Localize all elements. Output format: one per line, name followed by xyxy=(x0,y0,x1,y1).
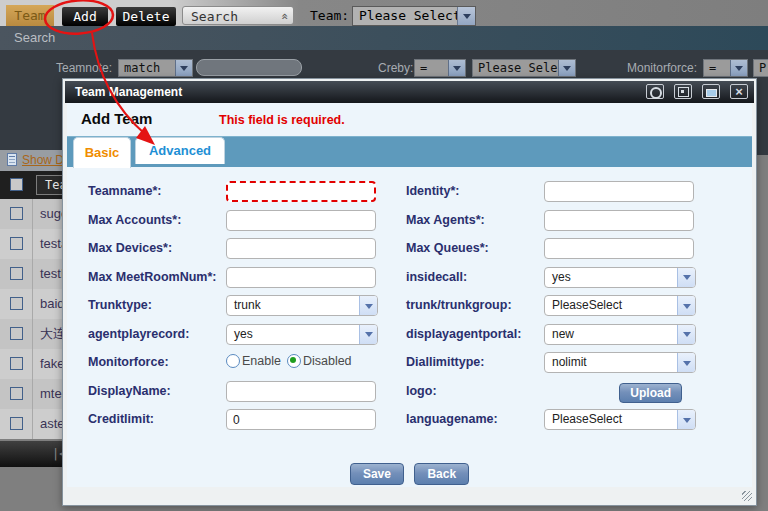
chevron-down-icon[interactable] xyxy=(457,7,475,25)
collapse-chevrons-icon: « xyxy=(275,13,294,20)
creby-value-select[interactable]: Please Selec xyxy=(472,59,576,77)
tab-advanced[interactable]: Advanced xyxy=(135,137,225,164)
chevron-down-icon[interactable] xyxy=(677,268,695,287)
displayagentportal-select[interactable]: new xyxy=(544,324,696,345)
monitorforce-radiogroup: Enable Disabled xyxy=(226,354,358,368)
delete-button[interactable]: Delete xyxy=(116,7,176,26)
chevron-down-icon[interactable] xyxy=(359,296,377,315)
chevron-down-icon[interactable] xyxy=(448,60,465,76)
page-title: Add Team xyxy=(81,110,152,127)
team-management-dialog: Team Management × Add Team This field is… xyxy=(62,78,757,506)
resize-grip[interactable] xyxy=(742,491,752,501)
dialog-title: Team Management xyxy=(75,81,182,103)
collapse-icon[interactable] xyxy=(646,84,664,99)
teamnote-op-value: match xyxy=(124,61,160,75)
field-label: Monitorforce: xyxy=(88,355,223,369)
field-label: Trunktype: xyxy=(88,298,223,312)
diallimittype-select[interactable]: nolimit xyxy=(544,352,696,373)
field-label: Max Devices*: xyxy=(88,241,223,255)
select-value: yes xyxy=(552,268,571,287)
teamnote-op-select[interactable]: match xyxy=(118,59,193,77)
max-accounts-input[interactable] xyxy=(226,210,376,231)
trunkgroup-select[interactable]: PleaseSelect xyxy=(544,295,696,316)
chevron-down-icon[interactable] xyxy=(677,296,695,315)
select-value: yes xyxy=(234,325,253,344)
search-section-header[interactable]: Search xyxy=(0,26,768,50)
radio-disabled[interactable] xyxy=(287,354,301,368)
teamname-input[interactable] xyxy=(226,181,376,202)
trunktype-select[interactable]: trunk xyxy=(226,295,378,316)
dialog-titlebar[interactable]: Team Management × xyxy=(65,81,754,103)
field-label: trunk/trunkgroup: xyxy=(406,298,541,312)
languagename-select[interactable]: PleaseSelect xyxy=(544,409,696,430)
tab-strip: Basic Advanced xyxy=(67,136,752,167)
row-checkbox[interactable] xyxy=(10,237,23,250)
row-checkbox[interactable] xyxy=(10,297,23,310)
monitorforce-op-select[interactable]: = xyxy=(703,59,748,77)
chevron-down-icon[interactable] xyxy=(677,325,695,344)
identity-input[interactable] xyxy=(544,181,694,202)
select-value: PleaseSelect xyxy=(552,296,622,315)
show-disabled-link[interactable]: Show D xyxy=(22,153,64,167)
max-queues-input[interactable] xyxy=(544,238,694,259)
creby-value: Please Selec xyxy=(478,61,565,75)
select-value: PleaseSelect xyxy=(552,410,622,429)
screen: Team Add Delete Search « Team: Please Se… xyxy=(0,0,768,511)
row-checkbox[interactable] xyxy=(10,207,23,220)
creby-label: Creby: xyxy=(378,61,413,75)
upload-button[interactable]: Upload xyxy=(619,383,682,403)
field-label: displayagentportal: xyxy=(406,327,541,341)
chevron-down-icon[interactable] xyxy=(677,353,695,372)
row-checkbox[interactable] xyxy=(10,387,23,400)
chevron-down-icon[interactable] xyxy=(558,60,575,76)
search-dropdown[interactable]: Search « xyxy=(182,6,294,25)
toolbar: Team Add Delete Search « Team: Please Se… xyxy=(0,0,768,26)
monitorforce-value-select[interactable]: P xyxy=(753,59,768,77)
row-checkbox[interactable] xyxy=(10,267,23,280)
team-filter-value: Please Select xyxy=(359,8,461,23)
max-meetroomnum-input[interactable] xyxy=(226,267,376,288)
field-label: Max MeetRoomNum*: xyxy=(88,270,223,284)
creby-op-value: = xyxy=(420,61,427,75)
form-actions: Save Back xyxy=(67,463,752,485)
team-filter-select[interactable]: Please Select xyxy=(352,6,476,26)
field-label: Teamname*: xyxy=(88,184,223,198)
chevron-down-icon[interactable] xyxy=(175,60,192,76)
agentplayrecord-select[interactable]: yes xyxy=(226,324,378,345)
tab-basic[interactable]: Basic xyxy=(73,137,131,168)
row-checkbox[interactable] xyxy=(10,327,23,340)
minimize-icon[interactable] xyxy=(702,84,720,99)
select-value: new xyxy=(552,325,574,344)
select-all-checkbox[interactable] xyxy=(10,178,23,191)
maximize-icon[interactable] xyxy=(674,84,692,99)
radio-label: Disabled xyxy=(303,354,352,368)
creditlimit-input[interactable] xyxy=(226,409,376,430)
max-devices-input[interactable] xyxy=(226,238,376,259)
field-label: Diallimittype: xyxy=(406,355,541,369)
displayname-input[interactable] xyxy=(226,381,376,402)
chevron-down-icon[interactable] xyxy=(359,325,377,344)
teamnote-value-input[interactable] xyxy=(196,59,302,76)
field-label: DisplayName: xyxy=(88,384,223,398)
save-button[interactable]: Save xyxy=(350,463,404,485)
max-agents-input[interactable] xyxy=(544,210,694,231)
tab-team[interactable]: Team xyxy=(6,5,54,26)
row-checkbox[interactable] xyxy=(10,417,23,430)
field-label: Max Queues*: xyxy=(406,241,541,255)
chevron-down-icon[interactable] xyxy=(677,410,695,429)
row-checkbox[interactable] xyxy=(10,357,23,370)
field-label: Max Accounts*: xyxy=(88,213,223,227)
select-value: trunk xyxy=(234,296,261,315)
monitorforce-filter-label: Monitorforce: xyxy=(627,61,697,75)
insidecall-select[interactable]: yes xyxy=(544,267,696,288)
dialog-footer xyxy=(65,487,754,503)
close-icon[interactable]: × xyxy=(730,84,748,99)
add-button[interactable]: Add xyxy=(62,7,108,26)
chevron-down-icon[interactable] xyxy=(730,60,747,76)
team-filter-label: Team: xyxy=(310,6,349,26)
creby-op-select[interactable]: = xyxy=(414,59,466,77)
radio-enable[interactable] xyxy=(226,354,240,368)
field-label: Identity*: xyxy=(406,184,541,198)
back-button[interactable]: Back xyxy=(414,463,469,485)
search-dropdown-label: Search xyxy=(191,9,238,24)
